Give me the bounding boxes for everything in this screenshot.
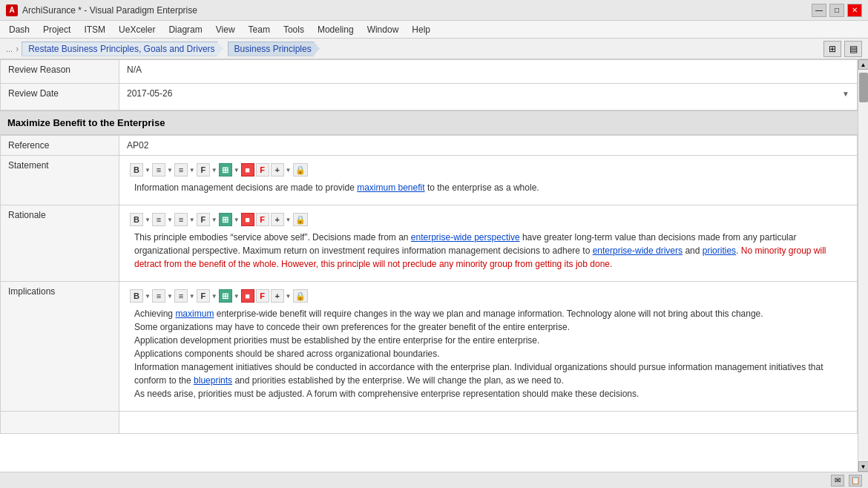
rationale-text: This principle embodies “service above s…	[127, 228, 849, 277]
statement-row: Statement B ▼ ≡ ▼ ≡ ▼ F ▼ ⊞ ▼	[1, 156, 858, 205]
status-bar: ✉ 📋	[0, 472, 868, 488]
menu-diagram[interactable]: Diagram	[162, 23, 208, 36]
color-button-statement[interactable]: ■	[241, 163, 254, 177]
breadcrumb-separator: ›	[16, 44, 19, 54]
font-dropdown-statement[interactable]: ▼	[211, 167, 217, 174]
add-button-implications[interactable]: +	[271, 289, 284, 303]
breadcrumb-item-restate[interactable]: Restate Business Principles, Goals and D…	[22, 42, 223, 56]
window-controls[interactable]: — □ ✕	[812, 4, 862, 17]
menu-itsm[interactable]: ITSM	[78, 23, 111, 36]
font-button-rationale[interactable]: F	[197, 213, 210, 226]
format-button-statement[interactable]: F	[256, 163, 269, 177]
review-date-value[interactable]: 2017-05-26 ▼	[119, 84, 858, 111]
font-button-statement[interactable]: F	[197, 163, 210, 177]
review-date-row: Review Date 2017-05-26 ▼	[1, 84, 858, 111]
table-button-statement[interactable]: ⊞	[219, 163, 232, 177]
format-button-implications[interactable]: F	[256, 289, 269, 303]
menu-team[interactable]: Team	[243, 23, 276, 36]
add-button-rationale[interactable]: +	[271, 213, 284, 226]
info-table: Review Reason N/A Review Date 2017-05-26…	[0, 59, 858, 111]
menu-modeling[interactable]: Modeling	[312, 23, 360, 36]
scrollbar-thumb[interactable]	[859, 73, 868, 102]
add-dropdown-implications[interactable]: ▼	[286, 293, 292, 300]
implications-label: Implications	[1, 282, 119, 412]
menu-project[interactable]: Project	[37, 23, 76, 36]
breadcrumb-panel-icon[interactable]: ▤	[844, 41, 862, 57]
rationale-row: Rationale B ▼ ≡ ▼ ≡ ▼ F ▼ ⊞ ▼	[1, 205, 858, 282]
table-dropdown-rationale[interactable]: ▼	[234, 217, 240, 223]
menu-dash[interactable]: Dash	[3, 23, 36, 36]
statement-highlight-maximum: maximum benefit	[357, 182, 424, 193]
add-button-statement[interactable]: +	[271, 163, 284, 177]
clipboard-icon[interactable]: 📋	[849, 475, 862, 487]
lock-button-rationale[interactable]: 🔒	[293, 213, 308, 226]
close-button[interactable]: ✕	[847, 4, 862, 17]
app-icon: A	[6, 4, 18, 16]
add-dropdown-rationale[interactable]: ▼	[286, 217, 292, 223]
email-icon[interactable]: ✉	[831, 475, 844, 487]
breadcrumb-icons: ⊞ ▤	[823, 41, 862, 57]
lock-button-statement[interactable]: 🔒	[293, 163, 308, 177]
section-header: Maximize Benefit to the Enterprise	[0, 111, 858, 135]
scrollbar[interactable]: ▲ ▼	[858, 59, 868, 472]
bottom-placeholder-value	[119, 412, 858, 434]
title-bar: A ArchiSurance * - Visual Paradigm Enter…	[0, 0, 868, 21]
rationale-toolbar: B ▼ ≡ ▼ ≡ ▼ F ▼ ⊞ ▼ ■ F +	[127, 210, 849, 228]
bold-button-implications[interactable]: B	[130, 289, 143, 303]
bold-button-statement[interactable]: B	[130, 163, 143, 177]
window-title: ArchiSurance * - Visual Paradigm Enterpr…	[22, 5, 197, 16]
table-dropdown-implications[interactable]: ▼	[234, 293, 240, 300]
minimize-button[interactable]: —	[812, 4, 826, 17]
table-button-rationale[interactable]: ⊞	[219, 213, 232, 226]
table-dropdown-statement[interactable]: ▼	[234, 167, 240, 174]
implications-toolbar: B ▼ ≡ ▼ ≡ ▼ F ▼ ⊞ ▼ ■ F +	[127, 286, 849, 304]
table-button-implications[interactable]: ⊞	[219, 289, 232, 303]
breadcrumb-back-arrow[interactable]: ...	[6, 44, 13, 53]
align-button-statement[interactable]: ≡	[152, 163, 165, 177]
breadcrumb-item-business-principles[interactable]: Business Principles	[228, 42, 320, 56]
statement-toolbar: B ▼ ≡ ▼ ≡ ▼ F ▼ ⊞ ▼ ■ F +	[127, 160, 849, 178]
color-button-implications[interactable]: ■	[241, 289, 254, 303]
reference-label: Reference	[1, 136, 119, 156]
font-button-implications[interactable]: F	[197, 289, 210, 303]
menu-uexceler[interactable]: UeXceler	[113, 23, 161, 36]
list-dropdown-rationale[interactable]: ▼	[189, 217, 195, 223]
menu-view[interactable]: View	[210, 23, 241, 36]
maximize-button[interactable]: □	[829, 4, 844, 17]
rationale-cell: B ▼ ≡ ▼ ≡ ▼ F ▼ ⊞ ▼ ■ F +	[119, 205, 858, 282]
date-dropdown-icon[interactable]: ▼	[842, 90, 849, 98]
align-dropdown-rationale[interactable]: ▼	[167, 217, 173, 223]
review-reason-label: Review Reason	[1, 60, 119, 84]
bold-button-rationale[interactable]: B	[130, 213, 143, 226]
content-scroll[interactable]: Review Reason N/A Review Date 2017-05-26…	[0, 59, 858, 472]
align-dropdown-statement[interactable]: ▼	[167, 167, 173, 174]
bold-dropdown-implications[interactable]: ▼	[145, 293, 151, 300]
list-button-rationale[interactable]: ≡	[174, 213, 188, 226]
implications-text: Achieving maximum enterprise-wide benefi…	[127, 304, 849, 406]
reference-row: Reference AP02	[1, 136, 858, 156]
align-button-implications[interactable]: ≡	[152, 289, 165, 303]
font-dropdown-implications[interactable]: ▼	[211, 293, 217, 300]
list-button-implications[interactable]: ≡	[174, 289, 188, 303]
breadcrumb-grid-icon[interactable]: ⊞	[823, 41, 841, 57]
list-dropdown-statement[interactable]: ▼	[189, 167, 195, 174]
menu-bar: Dash Project ITSM UeXceler Diagram View …	[0, 21, 868, 39]
menu-window[interactable]: Window	[361, 23, 405, 36]
lock-button-implications[interactable]: 🔒	[293, 289, 308, 303]
review-reason-value[interactable]: N/A	[119, 60, 858, 84]
menu-tools[interactable]: Tools	[277, 23, 310, 36]
scrollbar-down-button[interactable]: ▼	[858, 461, 869, 472]
list-button-statement[interactable]: ≡	[174, 163, 188, 177]
font-dropdown-rationale[interactable]: ▼	[211, 217, 217, 223]
scrollbar-up-button[interactable]: ▲	[858, 59, 869, 70]
format-button-rationale[interactable]: F	[256, 213, 269, 226]
add-dropdown-statement[interactable]: ▼	[286, 167, 292, 174]
align-dropdown-implications[interactable]: ▼	[167, 293, 173, 300]
menu-help[interactable]: Help	[406, 23, 436, 36]
bold-dropdown-statement[interactable]: ▼	[145, 167, 151, 174]
list-dropdown-implications[interactable]: ▼	[189, 293, 195, 300]
bold-dropdown-rationale[interactable]: ▼	[145, 217, 151, 223]
reference-value[interactable]: AP02	[119, 136, 858, 156]
color-button-rationale[interactable]: ■	[241, 213, 254, 226]
align-button-rationale[interactable]: ≡	[152, 213, 165, 226]
